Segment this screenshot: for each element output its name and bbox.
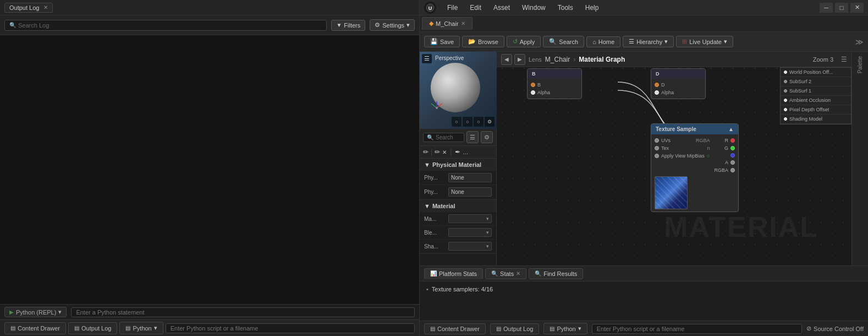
- physical-material-header[interactable]: ▼ Physical Material: [420, 159, 496, 171]
- home-button[interactable]: ⌂ Home: [586, 36, 620, 47]
- vp-ctrl-1[interactable]: ○: [452, 117, 462, 127]
- prop-value-sha[interactable]: ▾: [448, 242, 492, 251]
- python-status-input[interactable]: [592, 324, 802, 334]
- prop-value-phy2-text: None: [451, 189, 464, 195]
- b-alpha-node[interactable]: B B Alpha: [527, 68, 582, 99]
- minimize-button[interactable]: ─: [820, 3, 833, 13]
- prop-value-ma[interactable]: ▾: [448, 214, 492, 223]
- vp-ctrl-4[interactable]: ⚙: [485, 117, 495, 127]
- stats-close-icon[interactable]: ✕: [516, 270, 520, 277]
- prop-value-phy1[interactable]: None: [448, 173, 492, 182]
- breadcrumb-root[interactable]: M_Chair: [545, 56, 570, 63]
- menu-bar: U File Edit Asset Window Tools Help ─ □ …: [420, 0, 868, 15]
- pin-alpha: Alpha: [531, 89, 578, 96]
- stats-tab[interactable]: 🔍 Stats ✕: [485, 268, 526, 279]
- edit-brush2-icon[interactable]: ✒: [455, 148, 460, 156]
- search-log-container: 🔍 Search Log: [4, 20, 327, 31]
- platform-stats-tab[interactable]: 📊 Platform Stats: [424, 268, 483, 279]
- prop-settings-button[interactable]: ⚙: [481, 131, 493, 143]
- apply-button[interactable]: ↺ Apply: [507, 36, 541, 47]
- maximize-button[interactable]: □: [835, 3, 848, 13]
- pin-label-r: R: [725, 138, 729, 143]
- prop-shading: Shading Model: [781, 115, 851, 124]
- material-section-title: Material: [432, 203, 455, 209]
- m-chair-close-icon[interactable]: ✕: [461, 20, 465, 26]
- bottom-panel-content: • Texture samplers: 4/16: [420, 281, 868, 321]
- filters-button[interactable]: ▼ Filters: [331, 20, 365, 31]
- pin-label-d: D: [661, 82, 665, 88]
- python-statement-input[interactable]: [71, 307, 415, 317]
- python-bottom-tab[interactable]: ▤ Python ▾: [119, 322, 163, 334]
- edit-brush-icon-2[interactable]: ✏: [435, 148, 440, 156]
- d-alpha-node-header: D: [651, 69, 705, 79]
- content-drawer-tab[interactable]: ▤ Content Drawer: [4, 322, 66, 334]
- browse-button[interactable]: 📂 Browse: [462, 36, 504, 47]
- menu-window[interactable]: Window: [517, 2, 551, 13]
- close-button[interactable]: ✕: [850, 3, 864, 13]
- menu-asset[interactable]: Asset: [488, 2, 515, 13]
- d-alpha-node-title: D: [656, 71, 660, 77]
- texture-sample-node[interactable]: Texture Sample ▲ UVs RGBA: [651, 123, 739, 212]
- menu-file[interactable]: File: [442, 2, 463, 13]
- vp-ctrl-2[interactable]: ○: [463, 117, 473, 127]
- home-label: Home: [598, 39, 614, 45]
- edit-brush-icon[interactable]: ✏: [423, 148, 428, 156]
- viewport-menu-button[interactable]: ☰: [422, 54, 432, 63]
- menu-tools[interactable]: Tools: [552, 2, 579, 13]
- prop-pixel-depth: Pixel Depth Offset: [781, 105, 851, 115]
- content-drawer-status-tab[interactable]: ▤ Content Drawer: [424, 323, 486, 334]
- status-bar: ▤ Content Drawer ▤ Output Log ▤ Python ▾…: [420, 321, 868, 336]
- texture-sample-expand-icon[interactable]: ▲: [728, 126, 734, 132]
- editor-tab-bar: ◆ M_Chair ✕: [420, 15, 868, 32]
- pin-dot-alpha2: [655, 90, 659, 95]
- prop-toolbar: 🔍 Search ☰ ⚙: [420, 129, 496, 146]
- output-log-close-icon[interactable]: ✕: [43, 4, 48, 10]
- viewport-preview: ☰ Perspective ○ ○ ○ ⚙: [420, 52, 497, 129]
- breadcrumb-separator: ›: [573, 56, 575, 63]
- output-log-status-label: Output Log: [503, 326, 533, 332]
- python-repl-button[interactable]: ▶ Python (REPL) ▾: [4, 307, 67, 317]
- menu-edit[interactable]: Edit: [464, 2, 487, 13]
- search-log-icon: 🔍: [9, 22, 16, 28]
- python-filename-input[interactable]: [166, 323, 415, 333]
- hierarchy-button[interactable]: ☰ Hierarchy ▾: [623, 36, 674, 47]
- palette-label[interactable]: Palette: [855, 52, 865, 78]
- source-control-button[interactable]: ⊘ Source Control Off: [806, 325, 864, 332]
- material-section-header[interactable]: ▼ Material: [420, 200, 496, 212]
- live-update-button[interactable]: ⊞ Live Update ▾: [676, 36, 733, 47]
- prop-value-ble[interactable]: ▾: [448, 228, 492, 237]
- edit-dots-icon[interactable]: …: [463, 149, 468, 155]
- pin-dot-b: [531, 83, 535, 87]
- content-drawer-label: Content Drawer: [18, 325, 60, 332]
- toolbar-expand-icon[interactable]: ≫: [855, 37, 864, 46]
- prop-value-phy2[interactable]: None: [448, 187, 492, 197]
- hierarchy-icon: ☰: [629, 38, 634, 45]
- search-button[interactable]: 🔍 Search: [543, 36, 584, 47]
- find-results-tab[interactable]: 🔍 Find Results: [529, 268, 583, 279]
- output-log-status-tab[interactable]: ▤ Output Log: [490, 323, 539, 334]
- forward-button[interactable]: ▶: [514, 54, 525, 65]
- live-update-icon: ⊞: [682, 38, 687, 45]
- left-sidebar: ☰ Perspective ○ ○ ○ ⚙: [420, 52, 497, 265]
- d-alpha-node[interactable]: D D Alpha: [651, 68, 706, 99]
- pin-dot-uvs: [655, 138, 659, 143]
- save-button[interactable]: 💾 Save: [424, 36, 460, 47]
- bottom-tabs-bar: ▤ Content Drawer ▤ Output Log ▤ Python ▾: [0, 319, 419, 336]
- prop-label-ma: Ma...: [424, 216, 446, 222]
- output-log-bottom-tab[interactable]: ▤ Output Log: [68, 322, 117, 334]
- graph-menu-icon[interactable]: ☰: [841, 56, 847, 63]
- source-control-icon: ⊘: [806, 325, 811, 332]
- m-chair-tab[interactable]: ◆ M_Chair ✕: [422, 17, 473, 30]
- pin-label-alpha: Alpha: [537, 90, 550, 95]
- find-results-icon: 🔍: [535, 270, 541, 277]
- back-button[interactable]: ◀: [501, 54, 512, 65]
- breadcrumb-navigation: ◀ ▶: [501, 54, 525, 65]
- prop-grid-view-button[interactable]: ☰: [466, 131, 479, 143]
- output-log-tab[interactable]: Output Log ✕: [4, 3, 53, 13]
- vp-ctrl-3[interactable]: ○: [474, 117, 484, 127]
- python-status-tab[interactable]: ▤ Python ▾: [543, 323, 587, 334]
- prop-row-ma: Ma... ▾: [420, 212, 496, 226]
- settings-button[interactable]: ⚙ Settings ▾: [370, 19, 415, 31]
- menu-help[interactable]: Help: [580, 2, 605, 13]
- edit-close-icon[interactable]: ✕: [442, 149, 447, 155]
